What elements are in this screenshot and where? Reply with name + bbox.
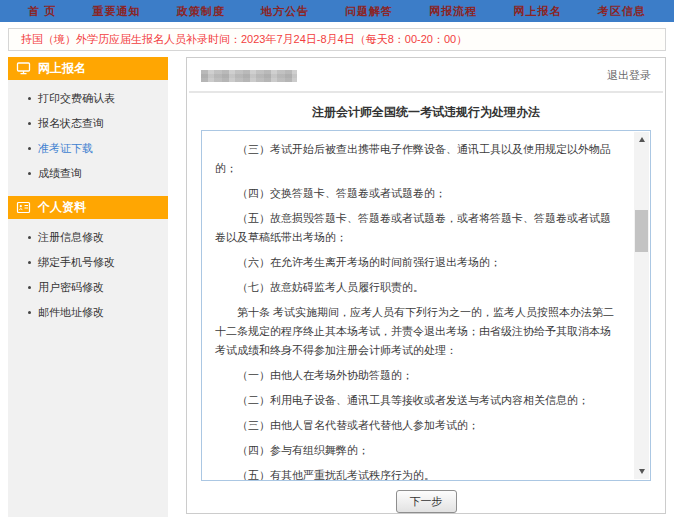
logout-link[interactable]: 退出登录 bbox=[607, 68, 651, 83]
sidebar-item-label: 报名状态查询 bbox=[38, 116, 104, 131]
sidebar-item-label: 绑定手机号修改 bbox=[38, 255, 115, 270]
panel-header: 退出登录 bbox=[187, 58, 665, 91]
sidebar-section-personal-info-list: 注册信息修改 绑定手机号修改 用户密码修改 邮件地址修改 bbox=[8, 219, 168, 335]
main-panel: 退出登录 注册会计师全国统一考试违规行为处理办法 （三）考试开始后被查出携带电子… bbox=[186, 57, 666, 514]
header-divider bbox=[189, 91, 663, 93]
sidebar-item[interactable]: 注册信息修改 bbox=[8, 225, 168, 250]
sidebar-section-personal-info-header: 个人资料 bbox=[8, 196, 168, 219]
scroll-down-button[interactable] bbox=[634, 464, 649, 479]
sidebar: 网上报名 打印交费确认表 报名状态查询 准考证下载 bbox=[8, 57, 168, 517]
document-body: （三）考试开始后被查出携带电子作弊设备、通讯工具以及使用规定以外物品的； （四）… bbox=[202, 131, 650, 481]
nav-item[interactable]: 政策制度 bbox=[177, 4, 225, 19]
document-paragraph: （二）利用电子设备、通讯工具等接收或者发送与考试内容相关信息的； bbox=[215, 391, 618, 410]
content-area: 网上报名 打印交费确认表 报名状态查询 准考证下载 bbox=[8, 57, 666, 517]
next-step-button[interactable]: 下一步 bbox=[396, 490, 457, 513]
sidebar-item-label: 注册信息修改 bbox=[38, 230, 104, 245]
triangle-up-icon bbox=[639, 137, 645, 142]
sidebar-section-title: 网上报名 bbox=[38, 60, 86, 77]
nav-item[interactable]: 网报流程 bbox=[429, 4, 477, 19]
sidebar-item[interactable]: 邮件地址修改 bbox=[8, 300, 168, 325]
nav-item[interactable]: 重要通知 bbox=[92, 4, 140, 19]
bullet-icon bbox=[28, 97, 31, 100]
bullet-icon bbox=[28, 261, 31, 264]
nav-item[interactable]: 网上报名 bbox=[514, 4, 562, 19]
sidebar-item[interactable]: 成绩查询 bbox=[8, 161, 168, 186]
nav-item[interactable]: 首 页 bbox=[28, 4, 56, 19]
bullet-icon bbox=[28, 147, 31, 150]
nav-item[interactable]: 问题解答 bbox=[345, 4, 393, 19]
document-paragraph: （六）在允许考生离开考场的时间前强行退出考场的； bbox=[215, 253, 618, 272]
document-paragraph: （四）参与有组织舞弊的； bbox=[215, 441, 618, 460]
top-nav: 首 页 重要通知 政策制度 地方公告 问题解答 网报流程 网上报名 考区信息 bbox=[0, 0, 674, 22]
notice-bar: 持国（境）外学历应届生报名人员补录时间：2023年7月24日-8月4日（每天8：… bbox=[8, 28, 666, 51]
redacted-username bbox=[201, 70, 297, 82]
document-title: 注册会计师全国统一考试违规行为处理办法 bbox=[187, 104, 665, 121]
scroll-up-button[interactable] bbox=[634, 132, 649, 147]
document-paragraph: 第十条 考试实施期间，应考人员有下列行为之一的，监考人员按照本办法第二十二条规定… bbox=[215, 303, 618, 360]
bullet-icon bbox=[28, 311, 31, 314]
document-paragraph: （一）由他人在考场外协助答题的； bbox=[215, 366, 618, 385]
sidebar-section-title: 个人资料 bbox=[38, 199, 86, 216]
sidebar-item[interactable]: 用户密码修改 bbox=[8, 275, 168, 300]
document-paragraph: （七）故意妨碍监考人员履行职责的。 bbox=[215, 278, 618, 297]
sidebar-item-label: 成绩查询 bbox=[38, 166, 82, 181]
bullet-icon bbox=[28, 122, 31, 125]
sidebar-item-label: 邮件地址修改 bbox=[38, 305, 104, 320]
sidebar-item-label: 打印交费确认表 bbox=[38, 91, 115, 106]
bullet-icon bbox=[28, 236, 31, 239]
regulations-scroll-area[interactable]: （三）考试开始后被查出携带电子作弊设备、通讯工具以及使用规定以外物品的； （四）… bbox=[201, 130, 651, 481]
sidebar-item[interactable]: 准考证下载 bbox=[8, 136, 168, 161]
sidebar-item[interactable]: 打印交费确认表 bbox=[8, 86, 168, 111]
sidebar-item-label: 准考证下载 bbox=[38, 141, 93, 156]
vertical-scrollbar[interactable] bbox=[634, 132, 649, 479]
triangle-down-icon bbox=[639, 469, 645, 474]
nav-item[interactable]: 考区信息 bbox=[598, 4, 646, 19]
document-paragraph: （三）由他人冒名代替或者代替他人参加考试的； bbox=[215, 416, 618, 435]
scrollbar-thumb[interactable] bbox=[635, 210, 648, 252]
id-card-icon bbox=[16, 201, 32, 214]
document-paragraph: （五）有其他严重扰乱考试秩序行为的。 bbox=[215, 466, 618, 481]
button-row: 下一步 bbox=[187, 490, 665, 513]
bullet-icon bbox=[28, 286, 31, 289]
sidebar-item[interactable]: 绑定手机号修改 bbox=[8, 250, 168, 275]
document-paragraph: （五）故意损毁答题卡、答题卷或者试题卷，或者将答题卡、答题卷或者试题卷以及草稿纸… bbox=[215, 209, 618, 247]
notice-text: 持国（境）外学历应届生报名人员补录时间：2023年7月24日-8月4日（每天8：… bbox=[21, 32, 467, 47]
sidebar-item[interactable]: 报名状态查询 bbox=[8, 111, 168, 136]
monitor-icon bbox=[16, 62, 32, 75]
nav-item[interactable]: 地方公告 bbox=[261, 4, 309, 19]
bullet-icon bbox=[28, 172, 31, 175]
document-paragraph: （四）交换答题卡、答题卷或者试题卷的； bbox=[215, 184, 618, 203]
sidebar-section-online-registration-header: 网上报名 bbox=[8, 57, 168, 80]
sidebar-section-online-registration-list: 打印交费确认表 报名状态查询 准考证下载 成绩查询 bbox=[8, 80, 168, 196]
document-paragraph: （三）考试开始后被查出携带电子作弊设备、通讯工具以及使用规定以外物品的； bbox=[215, 140, 618, 178]
sidebar-item-label: 用户密码修改 bbox=[38, 280, 104, 295]
